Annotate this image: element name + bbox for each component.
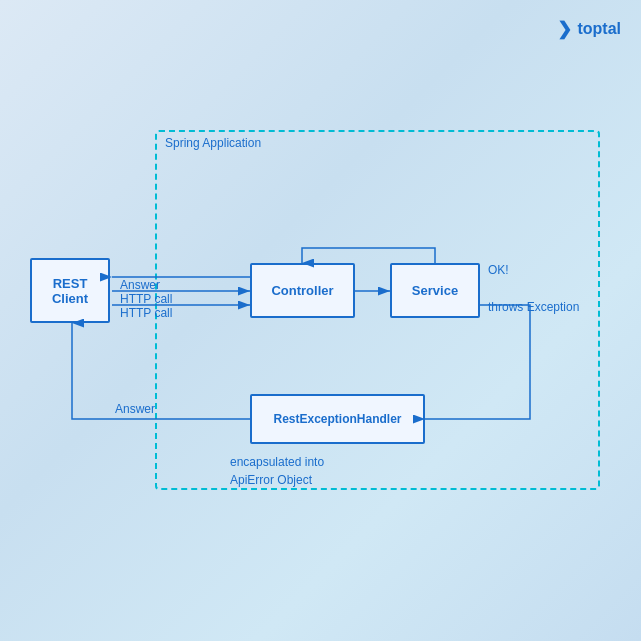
rest-client-label: RESTClient <box>52 276 88 306</box>
label-throws-exception: throws Exception <box>488 300 579 314</box>
label-answer-top: Answer <box>120 278 160 292</box>
toptal-logo: ❯ toptal <box>557 18 621 40</box>
spring-app-label: Spring Application <box>165 136 261 150</box>
toptal-icon: ❯ <box>557 18 572 40</box>
controller-label: Controller <box>271 283 333 298</box>
rest-exception-box: RestExceptionHandler <box>250 394 425 444</box>
controller-box: Controller <box>250 263 355 318</box>
label-answer-bottom: Answer <box>115 402 155 416</box>
label-http-call-2: HTTP call <box>120 306 172 320</box>
label-ok: OK! <box>488 263 509 277</box>
service-label: Service <box>412 283 458 298</box>
rest-client-box: RESTClient <box>30 258 110 323</box>
label-encapsulated: encapsulated intoApiError Object <box>230 453 324 489</box>
service-box: Service <box>390 263 480 318</box>
toptal-text: toptal <box>577 20 621 38</box>
label-http-call-1: HTTP call <box>120 292 172 306</box>
rest-exception-label: RestExceptionHandler <box>273 412 401 426</box>
